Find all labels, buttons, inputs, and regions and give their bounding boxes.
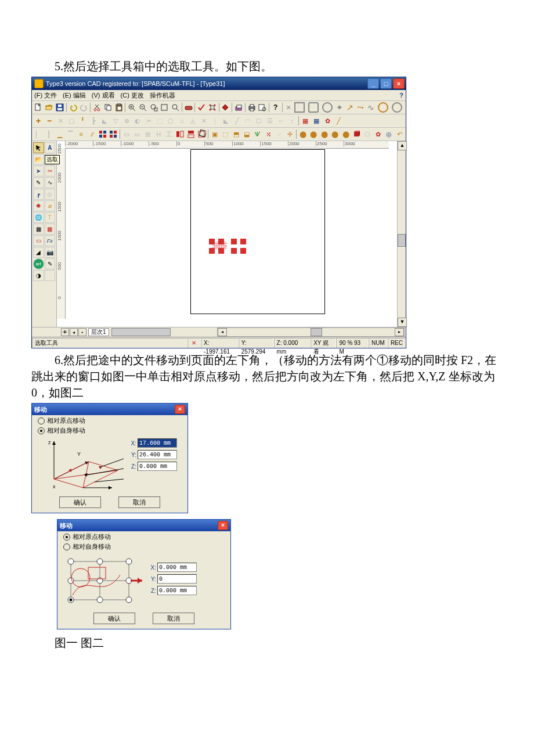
scroll-up-icon[interactable]: ▲ [398, 141, 407, 150]
radio-self-row[interactable]: 相对自身移动 [63, 542, 225, 551]
minimize-button[interactable]: _ [367, 78, 379, 89]
rounded-square-icon[interactable] [308, 102, 319, 113]
tool-a15-icon[interactable]: ◬ [187, 116, 198, 126]
tool-a7-icon[interactable]: ◣ [99, 116, 110, 126]
z-input[interactable] [157, 586, 197, 595]
circle-outline-icon[interactable] [322, 102, 333, 113]
tool-a4-icon[interactable]: ▢ [66, 116, 77, 126]
diamond-icon[interactable]: ✦ [336, 103, 343, 112]
radio-origin-row[interactable]: 相对原点移动 [38, 416, 182, 425]
tool-a16-icon[interactable]: ✕ [199, 116, 209, 126]
radio-origin[interactable] [63, 534, 70, 541]
menu-file[interactable]: (F) 文件 [34, 91, 57, 100]
horizontal-scrollbar[interactable]: ◂ ▸ [217, 327, 405, 337]
scroll-down-icon[interactable]: ▼ [398, 318, 407, 327]
arrow-ne-icon[interactable]: ↗ [347, 103, 353, 112]
tool-a8-icon[interactable]: ▽ [110, 116, 121, 126]
close-button[interactable]: × [393, 78, 405, 89]
open-tool-icon[interactable]: 📂 [33, 154, 44, 165]
check-icon[interactable] [196, 102, 207, 113]
zoom-in-icon[interactable] [127, 102, 137, 113]
cancel-button[interactable]: 取消 [153, 613, 194, 624]
scissors-tool-icon[interactable]: ✂ [45, 165, 56, 177]
align-bottom-icon[interactable]: ▁ [55, 129, 65, 139]
drop4-icon[interactable]: ⬤ [330, 129, 340, 139]
help-icon[interactable]: ? [270, 102, 281, 113]
tool-a12-icon[interactable]: ⬚ [154, 116, 165, 126]
new-file-icon[interactable] [33, 102, 44, 113]
menu-change[interactable]: (C) 更改 [121, 91, 144, 100]
print-preview-icon[interactable] [258, 102, 268, 113]
copy-icon[interactable] [103, 102, 113, 113]
hscroll-thumb[interactable] [311, 328, 322, 336]
grid-tool-icon[interactable]: ▦ [45, 224, 56, 235]
tool-a13-icon[interactable]: ⬠ [165, 116, 176, 126]
fx-tool-icon[interactable]: Fx [45, 235, 56, 246]
no-shape-icon[interactable]: × [286, 103, 291, 112]
radio-origin-row[interactable]: 相对原点移动 [63, 532, 225, 541]
tool-c4-icon[interactable]: H [153, 129, 164, 139]
tool-d3-icon[interactable]: ⬒ [231, 129, 241, 139]
select-tool-icon[interactable] [33, 142, 44, 153]
ok-button[interactable]: 确认 [93, 613, 135, 624]
layer-color-box[interactable] [111, 328, 171, 336]
roller-tool-icon[interactable]: ⟙ [45, 212, 56, 223]
ok-button[interactable]: 确认 [59, 496, 101, 508]
plus-icon[interactable]: + [33, 116, 44, 126]
layer-tab[interactable]: 层次1 [88, 328, 109, 336]
y-input[interactable] [138, 450, 177, 459]
pen-tool-icon[interactable]: ➤ [33, 165, 44, 177]
tool-d2-icon[interactable]: ⬚ [220, 129, 230, 139]
vscroll-thumb[interactable] [398, 234, 406, 247]
zoom-page-icon[interactable] [159, 102, 169, 113]
scroll-right-icon[interactable]: ▸ [395, 328, 404, 336]
maximize-button[interactable]: □ [380, 78, 392, 89]
tool-a6-icon[interactable]: ┣ [88, 116, 99, 126]
drop3-icon[interactable]: ⬤ [319, 129, 330, 139]
zoom-out-icon[interactable] [138, 102, 148, 113]
machine-icon[interactable] [183, 102, 194, 113]
tool-a24-icon[interactable]: ↕ [287, 116, 297, 126]
align-v-icon[interactable]: ≡ [76, 129, 86, 139]
grid-red-icon[interactable]: ▦ [300, 116, 311, 126]
y-input[interactable] [157, 574, 197, 584]
tool-a3-icon[interactable]: ✕ [55, 116, 66, 126]
comb-tool-icon[interactable]: ▦ [33, 224, 44, 235]
flip-h-icon[interactable] [175, 129, 185, 139]
menu-machine[interactable]: 操作机器 [150, 91, 175, 100]
redo-icon[interactable] [79, 102, 89, 113]
menu-view[interactable]: (V) 观看 [92, 91, 115, 100]
tool-a10-icon[interactable]: ◐ [132, 116, 143, 126]
magic-tool-icon[interactable]: ✺ [33, 200, 44, 211]
artwork[interactable]: 卍卍卍卍卍卍卍卍 [209, 239, 246, 254]
radio-self[interactable] [63, 543, 70, 550]
art-tool-icon[interactable]: art [33, 258, 44, 269]
camera-tool-icon[interactable]: 📷 [45, 247, 56, 258]
radio-origin[interactable] [38, 417, 45, 424]
scroll-left-icon[interactable]: ◂ [218, 328, 227, 336]
z-input[interactable] [138, 462, 177, 471]
align-left-icon[interactable]: ▏ [33, 129, 44, 139]
tool-a18-icon[interactable]: ◣ [221, 116, 231, 126]
cancel-button[interactable]: 取消 [118, 496, 160, 508]
tool-e3-icon[interactable]: ◎ [384, 129, 394, 139]
tool-c1-icon[interactable]: ▭ [121, 129, 132, 139]
tool-d6-icon[interactable]: ⤭ [263, 129, 273, 139]
canvas-area[interactable]: -2000-1500-1000-500050010001500200025003… [57, 141, 397, 327]
menu-edit[interactable]: (E) 编辑 [63, 91, 86, 100]
undo-icon[interactable] [68, 102, 78, 113]
anchor-diagram[interactable] [62, 555, 143, 607]
align-center-icon[interactable]: ▕▏ [44, 129, 55, 139]
tool-d7-icon[interactable]: ⟋ [274, 129, 284, 139]
tool-a22-icon[interactable]: ☰ [265, 116, 275, 126]
rotate-icon[interactable] [196, 129, 207, 139]
grid-blue-icon[interactable]: ▦ [311, 116, 322, 126]
tool-bucket-icon[interactable] [221, 102, 231, 113]
paste-icon[interactable] [114, 102, 124, 113]
slash-icon[interactable]: ╱ [333, 116, 344, 126]
globe-tool-icon[interactable]: 🌐 [33, 212, 44, 223]
radio-self[interactable] [38, 427, 45, 434]
pencil-tool-icon[interactable]: ✎ [45, 258, 56, 269]
gear-icon[interactable]: ✿ [373, 129, 383, 139]
open-file-icon[interactable] [44, 102, 55, 113]
